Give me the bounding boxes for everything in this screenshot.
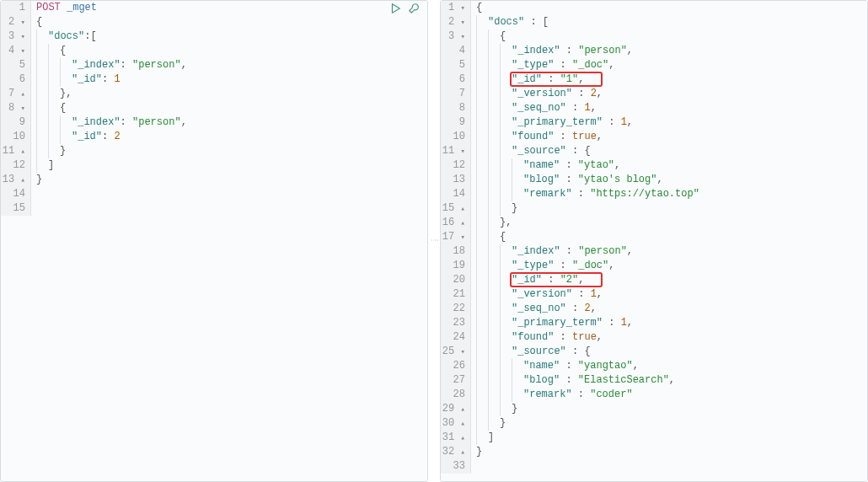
fold-marker-icon[interactable]: ▴ bbox=[456, 205, 465, 213]
code-line[interactable]: 3 ▾"docs":[ bbox=[1, 29, 427, 44]
line-number[interactable]: 3 ▾ bbox=[1, 29, 31, 44]
code-line[interactable]: 21"_version" : 1, bbox=[441, 287, 867, 302]
code-content[interactable]: "_primary_term" : 1, bbox=[471, 115, 867, 130]
line-number[interactable]: 28 bbox=[441, 388, 471, 402]
code-line[interactable]: 15 bbox=[1, 201, 427, 216]
code-line[interactable]: 17 ▾{ bbox=[441, 230, 867, 244]
line-number[interactable]: 21 bbox=[441, 287, 471, 302]
line-number[interactable]: 6 bbox=[441, 72, 471, 87]
code-line[interactable]: 22"_seq_no" : 2, bbox=[441, 302, 867, 316]
line-number[interactable]: 8 ▾ bbox=[1, 101, 31, 115]
code-content[interactable]: "_type" : "_doc", bbox=[471, 58, 867, 72]
line-number[interactable]: 9 bbox=[441, 115, 471, 130]
code-line[interactable]: 11 ▾"_source" : { bbox=[441, 144, 867, 158]
code-line[interactable]: 2 ▾"docs" : [ bbox=[441, 15, 867, 29]
code-line[interactable]: 1 ▾{ bbox=[441, 1, 867, 15]
code-content[interactable]: "name" : "yangtao", bbox=[471, 359, 867, 373]
line-number[interactable]: 26 bbox=[441, 359, 471, 373]
code-content[interactable]: "_primary_term" : 1, bbox=[471, 316, 867, 330]
code-content[interactable]: "docs":[ bbox=[31, 29, 427, 44]
fold-marker-icon[interactable]: ▾ bbox=[456, 33, 465, 41]
code-line[interactable]: 18"_index" : "person", bbox=[441, 244, 867, 259]
line-number[interactable]: 27 bbox=[441, 373, 471, 388]
code-content[interactable]: "docs" : [ bbox=[471, 15, 867, 29]
response-viewer[interactable]: 1 ▾{2 ▾"docs" : [3 ▾{4"_index" : "person… bbox=[441, 1, 867, 481]
code-line[interactable]: 9"_primary_term" : 1, bbox=[441, 115, 867, 130]
fold-marker-icon[interactable]: ▾ bbox=[456, 233, 465, 242]
line-number[interactable]: 33 bbox=[441, 459, 471, 474]
line-number[interactable]: 13 ▴ bbox=[1, 173, 31, 187]
code-line[interactable]: 11 ▴} bbox=[1, 144, 427, 158]
code-line[interactable]: 13"blog" : "ytao's blog", bbox=[441, 173, 867, 187]
code-line[interactable]: 12] bbox=[1, 158, 427, 173]
line-number[interactable]: 22 bbox=[441, 302, 471, 316]
code-line[interactable]: 6"_id": 1 bbox=[1, 72, 427, 87]
code-content[interactable]: "_id": 2 bbox=[31, 130, 427, 144]
code-content[interactable]: } bbox=[31, 173, 427, 187]
line-number[interactable]: 14 bbox=[441, 187, 471, 201]
code-content[interactable]: "name" : "ytao", bbox=[471, 158, 867, 173]
code-line[interactable]: 5"_type" : "_doc", bbox=[441, 58, 867, 72]
code-content[interactable] bbox=[31, 187, 427, 201]
code-line[interactable]: 19"_type" : "_doc", bbox=[441, 259, 867, 273]
fold-marker-icon[interactable]: ▾ bbox=[16, 19, 25, 27]
fold-marker-icon[interactable]: ▴ bbox=[16, 176, 25, 185]
code-line[interactable]: 8 ▾{ bbox=[1, 101, 427, 115]
code-line[interactable]: 3 ▾{ bbox=[441, 29, 867, 44]
fold-marker-icon[interactable]: ▴ bbox=[456, 420, 465, 428]
line-number[interactable]: 23 bbox=[441, 316, 471, 330]
code-content[interactable]: ] bbox=[31, 158, 427, 173]
line-number[interactable]: 6 bbox=[1, 72, 31, 87]
line-number[interactable]: 30 ▴ bbox=[441, 416, 471, 431]
line-number[interactable]: 5 bbox=[441, 58, 471, 72]
fold-marker-icon[interactable]: ▾ bbox=[456, 4, 465, 13]
code-content[interactable]: "remark" : "coder" bbox=[471, 388, 867, 402]
pane-divider[interactable]: ⋮ bbox=[431, 0, 437, 482]
code-content[interactable]: "_index" : "person", bbox=[471, 44, 867, 58]
code-content[interactable]: "_type" : "_doc", bbox=[471, 259, 867, 273]
fold-marker-icon[interactable]: ▾ bbox=[456, 19, 465, 27]
code-content[interactable]: "_id": 1 bbox=[31, 72, 427, 87]
code-line[interactable]: 14"remark" : "https://ytao.top" bbox=[441, 187, 867, 201]
line-number[interactable]: 16 ▴ bbox=[441, 216, 471, 230]
line-number[interactable]: 18 bbox=[441, 244, 471, 259]
line-number[interactable]: 12 bbox=[441, 158, 471, 173]
code-line[interactable]: 1POST _mget bbox=[1, 1, 427, 15]
line-number[interactable]: 15 ▴ bbox=[441, 201, 471, 216]
run-icon[interactable] bbox=[388, 2, 402, 15]
code-content[interactable]: } bbox=[31, 144, 427, 158]
code-content[interactable]: "_index": "person", bbox=[31, 58, 427, 72]
code-content[interactable]: { bbox=[471, 230, 867, 244]
code-line[interactable]: 27"blog" : "ElasticSearch", bbox=[441, 373, 867, 388]
code-content[interactable]: { bbox=[31, 44, 427, 58]
line-number[interactable]: 12 bbox=[1, 158, 31, 173]
fold-marker-icon[interactable]: ▴ bbox=[456, 219, 465, 228]
code-line[interactable]: 23"_primary_term" : 1, bbox=[441, 316, 867, 330]
line-number[interactable]: 1 ▾ bbox=[441, 1, 471, 15]
code-content[interactable]: "_index": "person", bbox=[31, 115, 427, 130]
code-line[interactable]: 20"_id" : "2", bbox=[441, 273, 867, 287]
line-number[interactable]: 14 bbox=[1, 187, 31, 201]
code-content[interactable]: "found" : true, bbox=[471, 330, 867, 345]
line-number[interactable]: 15 bbox=[1, 201, 31, 216]
code-content[interactable]: "_id" : "2", bbox=[471, 273, 867, 287]
code-line[interactable]: 31 ▴] bbox=[441, 431, 867, 445]
line-number[interactable]: 8 bbox=[441, 101, 471, 115]
code-content[interactable]: "found" : true, bbox=[471, 130, 867, 144]
code-content[interactable]: { bbox=[471, 1, 867, 15]
code-line[interactable]: 7 ▴}, bbox=[1, 87, 427, 101]
fold-marker-icon[interactable]: ▴ bbox=[16, 90, 25, 99]
code-content[interactable]: "blog" : "ElasticSearch", bbox=[471, 373, 867, 388]
code-line[interactable]: 7"_version" : 2, bbox=[441, 87, 867, 101]
code-content[interactable]: "_seq_no" : 2, bbox=[471, 302, 867, 316]
code-content[interactable]: "_seq_no" : 1, bbox=[471, 101, 867, 115]
code-content[interactable] bbox=[31, 201, 427, 216]
line-number[interactable]: 17 ▾ bbox=[441, 230, 471, 244]
line-number[interactable]: 3 ▾ bbox=[441, 29, 471, 44]
code-content[interactable]: } bbox=[471, 402, 867, 416]
code-line[interactable]: 26"name" : "yangtao", bbox=[441, 359, 867, 373]
line-number[interactable]: 31 ▴ bbox=[441, 431, 471, 445]
code-line[interactable]: 25 ▾"_source" : { bbox=[441, 345, 867, 359]
fold-marker-icon[interactable]: ▴ bbox=[456, 448, 465, 457]
code-content[interactable]: }, bbox=[471, 216, 867, 230]
